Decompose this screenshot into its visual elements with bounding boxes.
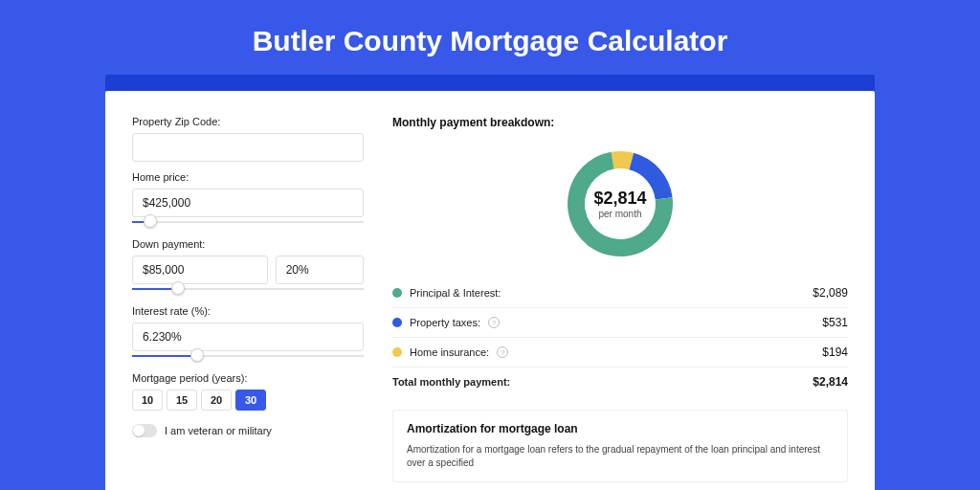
rate-input[interactable] [132,323,364,351]
legend-value: $531 [822,316,848,329]
rate-slider[interactable] [132,353,364,363]
info-icon[interactable]: ? [497,346,508,358]
legend-row: Property taxes:?$531 [392,307,848,337]
period-button-10[interactable]: 10 [132,390,163,411]
rate-row: Interest rate (%): [132,305,364,363]
total-row: Total monthly payment: $2,814 [392,367,848,396]
legend-label: Home insurance: [410,346,489,358]
legend-value: $194 [822,345,848,359]
down-payment-label: Down payment: [132,238,364,250]
down-payment-slider[interactable] [132,286,364,296]
home-price-slider[interactable] [132,219,364,229]
veteran-label: I am veteran or military [165,425,272,436]
total-value: $2,814 [813,375,848,389]
home-price-row: Home price: [132,171,364,229]
down-payment-row: Down payment: [132,238,364,296]
slider-knob[interactable] [144,214,157,228]
amortization-body: Amortization for a mortgage loan refers … [407,443,834,470]
inputs-column: Property Zip Code: Home price: Down paym… [132,116,364,490]
legend-dot [392,288,402,298]
period-button-30[interactable]: 30 [235,390,266,411]
zip-input[interactable] [132,133,364,162]
zip-label: Property Zip Code: [132,116,364,127]
slider-knob[interactable] [190,348,204,362]
legend-row: Principal & Interest:$2,089 [392,278,848,307]
home-price-input[interactable] [132,189,364,217]
legend-label: Property taxes: [410,317,480,328]
down-payment-pct-input[interactable] [276,256,364,284]
total-label: Total monthly payment: [392,376,510,388]
donut-sub: per month [593,209,646,219]
legend-label: Principal & Interest: [410,287,501,299]
veteran-row: I am veteran or military [132,424,364,437]
donut-amount: $2,814 [593,189,646,209]
legend: Principal & Interest:$2,089Property taxe… [392,278,848,367]
down-payment-input[interactable] [132,256,268,284]
donut-center: $2,814 per month [593,189,646,219]
calculator-card: Property Zip Code: Home price: Down paym… [105,91,875,490]
period-options: 10152030 [132,390,364,411]
amortization-box: Amortization for mortgage loan Amortizat… [392,410,848,482]
legend-value: $2,089 [813,286,848,300]
slider-knob[interactable] [171,281,185,295]
period-label: Mortgage period (years): [132,372,364,384]
legend-dot [392,347,402,357]
rate-label: Interest rate (%): [132,305,364,317]
breakdown-column: Monthly payment breakdown: $2,814 per mo… [392,116,848,490]
period-button-20[interactable]: 20 [201,390,232,411]
info-icon[interactable]: ? [488,317,500,328]
home-price-label: Home price: [132,171,364,183]
zip-row: Property Zip Code: [132,116,364,162]
legend-dot [392,318,402,327]
veteran-toggle[interactable] [132,424,157,437]
period-button-15[interactable]: 15 [167,390,197,411]
period-row: Mortgage period (years): 10152030 [132,372,364,411]
page-title: Butler County Mortgage Calculator [0,0,980,75]
donut-chart: $2,814 per month [392,137,848,271]
breakdown-title: Monthly payment breakdown: [392,116,848,129]
amortization-title: Amortization for mortgage loan [407,422,834,435]
legend-row: Home insurance:?$194 [392,337,848,367]
